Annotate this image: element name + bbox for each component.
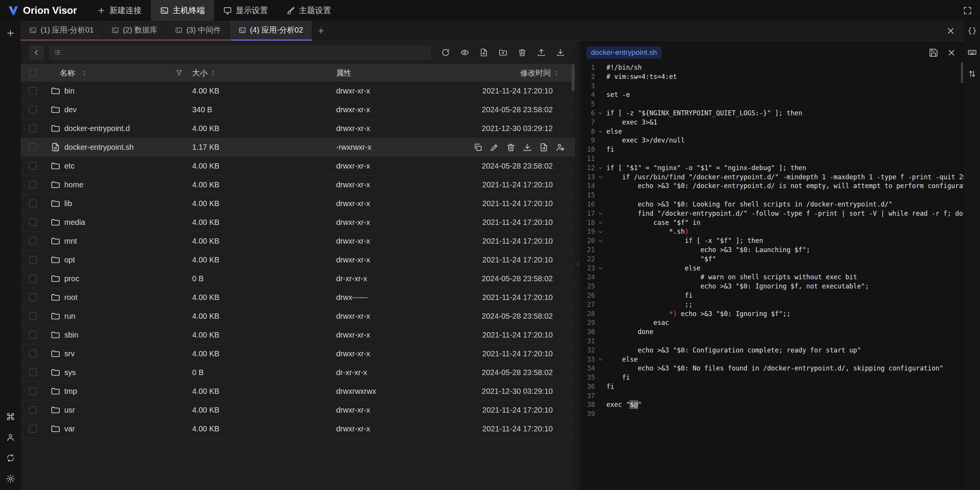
tab-terminal-4[interactable]: (4) 应用-分析02 — [230, 21, 312, 41]
fold-icon[interactable] — [595, 209, 606, 218]
sort-name-icon[interactable] — [81, 70, 88, 76]
fold-icon[interactable] — [595, 264, 606, 273]
file-row[interactable]: usr 4.00 KB drwxr-xr-x 2021-11-24 17:20:… — [21, 401, 575, 420]
nav-theme-settings[interactable]: 主题设置 — [277, 0, 340, 21]
code-text — [606, 154, 606, 164]
row-checkbox[interactable] — [29, 387, 37, 395]
file-row[interactable]: tmp 4.00 KB drwxrwxrwx 2021-12-30 03:29:… — [21, 382, 575, 401]
file-row[interactable]: home 4.00 KB drwxr-xr-x 2021-11-24 17:20… — [21, 175, 575, 194]
nav-host-terminal[interactable]: 主机终端 — [151, 0, 214, 21]
swap-button[interactable] — [964, 66, 980, 81]
file-row[interactable]: docker-entrypoint.d 4.00 KB drwxr-xr-x 2… — [21, 119, 575, 138]
row-checkbox[interactable] — [29, 87, 37, 95]
pane-splitter[interactable] — [575, 41, 580, 490]
row-checkbox[interactable] — [29, 425, 37, 433]
save-button[interactable] — [927, 46, 940, 59]
row-checkbox[interactable] — [29, 106, 37, 113]
close-all-button[interactable] — [944, 25, 957, 37]
file-table-body: bin 4.00 KB drwxr-xr-x 2021-11-24 17:20:… — [21, 82, 575, 438]
fold-icon[interactable] — [595, 218, 606, 228]
row-checkbox[interactable] — [29, 350, 37, 357]
filter-icon[interactable] — [175, 69, 183, 77]
file-row[interactable]: etc 4.00 KB drwxr-xr-x 2024-05-28 23:58:… — [21, 157, 575, 175]
command-button[interactable] — [3, 409, 18, 424]
file-attr: drwxr-xr-x — [323, 162, 472, 170]
row-checkbox[interactable] — [29, 237, 37, 245]
row-checkbox[interactable] — [29, 143, 37, 151]
file-name: var — [64, 424, 75, 433]
back-button[interactable] — [29, 45, 44, 60]
download-button[interactable] — [523, 143, 532, 152]
sort-mtime-icon[interactable] — [553, 70, 560, 76]
row-checkbox[interactable] — [29, 200, 37, 207]
fold-icon[interactable] — [595, 127, 606, 136]
file-row[interactable]: media 4.00 KB drwxr-xr-x 2021-11-24 17:2… — [21, 213, 575, 232]
row-checkbox[interactable] — [29, 331, 37, 339]
editor-scrollbar[interactable] — [961, 62, 963, 83]
upload-button[interactable] — [535, 46, 547, 59]
user-button[interactable] — [3, 429, 18, 445]
eye-button[interactable] — [459, 46, 471, 59]
file-row[interactable]: lib 4.00 KB drwxr-xr-x 2021-11-24 17:20:… — [21, 194, 575, 213]
path-input[interactable] — [65, 48, 426, 57]
keyboard-button[interactable] — [964, 44, 980, 60]
fold-icon[interactable] — [595, 236, 606, 246]
fold-icon[interactable] — [595, 173, 606, 182]
new-folder-button[interactable] — [497, 46, 509, 59]
sort-size-icon[interactable] — [210, 70, 216, 76]
nav-display-settings[interactable]: 显示设置 — [214, 0, 277, 21]
edit-button[interactable] — [490, 143, 499, 152]
file-row[interactable]: opt 4.00 KB drwxr-xr-x 2021-11-24 17:20:… — [21, 251, 575, 269]
file-row[interactable]: proc 0 B dr-xr-xr-x 2024-05-28 23:58:02 — [21, 269, 575, 288]
permission-button[interactable] — [555, 143, 565, 152]
tab-terminal-3[interactable]: (3) 中间件 — [167, 21, 229, 41]
close-editor-button[interactable] — [945, 46, 958, 59]
file-row[interactable]: sbin 4.00 KB drwxr-xr-x 2021-11-24 17:20… — [21, 326, 575, 344]
tab-terminal-1[interactable]: (1) 应用-分析01 — [21, 21, 102, 41]
row-checkbox[interactable] — [29, 125, 37, 132]
copy-path-button[interactable] — [473, 143, 483, 152]
code-editor[interactable]: 1 #!/bin/sh 2 # vim:sw=4:ts=4:et 3 4 set… — [580, 61, 964, 490]
file-row[interactable]: root 4.00 KB drwx------ 2021-11-24 17:20… — [21, 288, 575, 307]
file-list-scrollbar[interactable] — [572, 64, 575, 91]
row-checkbox[interactable] — [29, 369, 37, 376]
file-row[interactable]: run 4.00 KB drwxr-xr-x 2024-05-28 23:58:… — [21, 307, 575, 326]
settings-button[interactable] — [3, 471, 18, 486]
file-row[interactable]: bin 4.00 KB drwxr-xr-x 2021-11-24 17:20:… — [21, 82, 575, 100]
fullscreen-button[interactable] — [961, 4, 974, 17]
select-all-checkbox[interactable] — [29, 69, 37, 77]
nav-new-connection[interactable]: 新建连接 — [88, 0, 151, 21]
new-file-button[interactable] — [478, 46, 490, 59]
delete-button[interactable] — [506, 143, 516, 152]
row-checkbox[interactable] — [29, 218, 37, 226]
move-button[interactable] — [539, 143, 549, 152]
file-row[interactable]: srv 4.00 KB drwxr-xr-x 2021-11-24 17:20:… — [21, 344, 575, 363]
file-row[interactable]: sys 0 B dr-xr-xr-x 2024-05-28 23:58:02 — [21, 363, 575, 382]
brand[interactable]: Orion Visor — [0, 0, 88, 21]
file-row[interactable]: mnt 4.00 KB drwxr-xr-x 2021-11-24 17:20:… — [21, 232, 575, 251]
file-row[interactable]: dev 340 B drwxr-xr-x 2024-05-28 23:58:02 — [21, 100, 575, 119]
sync-button[interactable] — [3, 450, 18, 465]
tab-terminal-2[interactable]: (2) 数据库 — [103, 21, 166, 41]
row-checkbox[interactable] — [29, 275, 37, 282]
braces-button[interactable] — [964, 23, 980, 38]
download-button[interactable] — [554, 46, 567, 59]
file-row[interactable]: docker-entrypoint.sh 1.17 KB -rwxrwxr-x — [21, 138, 575, 157]
plus-button[interactable] — [3, 25, 18, 41]
row-checkbox[interactable] — [29, 293, 37, 301]
row-checkbox[interactable] — [29, 406, 37, 414]
new-tab-button[interactable] — [312, 21, 330, 41]
row-checkbox[interactable] — [29, 162, 37, 170]
file-row[interactable]: var 4.00 KB drwxr-xr-x 2021-11-24 17:20:… — [21, 420, 575, 438]
fold-icon[interactable] — [595, 109, 606, 118]
row-checkbox[interactable] — [29, 256, 37, 264]
row-checkbox[interactable] — [29, 181, 37, 188]
fold-icon[interactable] — [595, 164, 606, 173]
row-checkbox[interactable] — [29, 312, 37, 320]
fold-icon[interactable] — [595, 227, 606, 236]
code-text: fi — [606, 373, 630, 382]
fold-icon[interactable] — [595, 355, 606, 364]
refresh-button[interactable] — [439, 46, 452, 59]
code-text: else — [606, 264, 701, 273]
delete-button[interactable] — [516, 46, 528, 59]
